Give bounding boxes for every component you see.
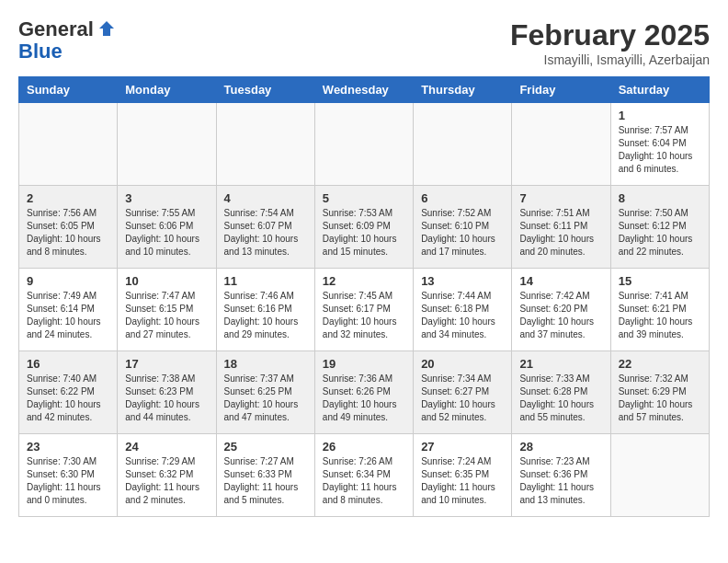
calendar-day-cell: 4Sunrise: 7:54 AM Sunset: 6:07 PM Daylig… <box>216 186 314 269</box>
logo-blue-text: Blue <box>18 40 63 63</box>
calendar-day-cell: 17Sunrise: 7:38 AM Sunset: 6:23 PM Dayli… <box>118 351 216 434</box>
calendar-day-cell <box>314 103 413 186</box>
day-info: Sunrise: 7:54 AM Sunset: 6:07 PM Dayligh… <box>224 207 307 259</box>
calendar-day-cell <box>512 103 610 186</box>
day-number: 9 <box>27 274 109 288</box>
weekday-header-saturday: Saturday <box>610 77 709 103</box>
calendar-week-row: 23Sunrise: 7:30 AM Sunset: 6:30 PM Dayli… <box>19 434 710 517</box>
day-number: 7 <box>519 191 602 205</box>
day-number: 16 <box>27 357 109 371</box>
calendar-day-cell <box>216 103 314 186</box>
day-number: 26 <box>323 440 405 454</box>
day-info: Sunrise: 7:26 AM Sunset: 6:34 PM Dayligh… <box>323 455 405 507</box>
calendar-table: SundayMondayTuesdayWednesdayThursdayFrid… <box>18 76 710 517</box>
day-number: 25 <box>224 440 307 454</box>
calendar-week-row: 1Sunrise: 7:57 AM Sunset: 6:04 PM Daylig… <box>19 103 710 186</box>
day-number: 21 <box>519 357 602 371</box>
day-info: Sunrise: 7:50 AM Sunset: 6:12 PM Dayligh… <box>619 207 701 259</box>
day-info: Sunrise: 7:29 AM Sunset: 6:32 PM Dayligh… <box>125 455 208 507</box>
calendar-week-row: 2Sunrise: 7:56 AM Sunset: 6:05 PM Daylig… <box>19 186 710 269</box>
calendar-subtitle: Ismayilli, Ismayilli, Azerbaijan <box>510 52 710 67</box>
weekday-header-sunday: Sunday <box>19 77 118 103</box>
calendar-day-cell: 21Sunrise: 7:33 AM Sunset: 6:28 PM Dayli… <box>512 351 610 434</box>
calendar-day-cell: 28Sunrise: 7:23 AM Sunset: 6:36 PM Dayli… <box>512 434 610 517</box>
day-number: 19 <box>323 357 405 371</box>
day-info: Sunrise: 7:45 AM Sunset: 6:17 PM Dayligh… <box>323 290 405 341</box>
day-number: 17 <box>125 357 208 371</box>
day-number: 10 <box>125 274 208 288</box>
day-info: Sunrise: 7:44 AM Sunset: 6:18 PM Dayligh… <box>421 290 504 341</box>
day-info: Sunrise: 7:53 AM Sunset: 6:09 PM Dayligh… <box>323 207 405 259</box>
weekday-header-tuesday: Tuesday <box>216 77 314 103</box>
calendar-day-cell <box>19 103 118 186</box>
day-number: 13 <box>421 274 504 288</box>
weekday-header-thursday: Thursday <box>414 77 512 103</box>
day-number: 23 <box>27 440 109 454</box>
logo-general-text: General <box>18 18 94 40</box>
calendar-day-cell: 16Sunrise: 7:40 AM Sunset: 6:22 PM Dayli… <box>19 351 118 434</box>
calendar-day-cell: 23Sunrise: 7:30 AM Sunset: 6:30 PM Dayli… <box>19 434 118 517</box>
day-number: 4 <box>224 191 307 205</box>
calendar-day-cell: 15Sunrise: 7:41 AM Sunset: 6:21 PM Dayli… <box>610 269 709 351</box>
day-info: Sunrise: 7:33 AM Sunset: 6:28 PM Dayligh… <box>519 373 602 424</box>
logo-icon <box>97 19 116 38</box>
calendar-title: February 2025 <box>510 18 710 52</box>
calendar-day-cell: 19Sunrise: 7:36 AM Sunset: 6:26 PM Dayli… <box>314 351 413 434</box>
calendar-day-cell <box>414 103 512 186</box>
calendar-week-row: 16Sunrise: 7:40 AM Sunset: 6:22 PM Dayli… <box>19 351 710 434</box>
day-info: Sunrise: 7:41 AM Sunset: 6:21 PM Dayligh… <box>619 290 701 341</box>
day-number: 22 <box>619 357 701 371</box>
page-header: General Blue February 2025 Ismayilli, Is… <box>18 18 710 67</box>
day-info: Sunrise: 7:57 AM Sunset: 6:04 PM Dayligh… <box>619 124 701 176</box>
weekday-header-wednesday: Wednesday <box>314 77 413 103</box>
header-row: SundayMondayTuesdayWednesdayThursdayFrid… <box>19 77 710 103</box>
calendar-day-cell: 25Sunrise: 7:27 AM Sunset: 6:33 PM Dayli… <box>216 434 314 517</box>
calendar-day-cell: 12Sunrise: 7:45 AM Sunset: 6:17 PM Dayli… <box>314 269 413 351</box>
day-number: 6 <box>421 191 504 205</box>
calendar-day-cell: 1Sunrise: 7:57 AM Sunset: 6:04 PM Daylig… <box>610 103 709 186</box>
day-number: 12 <box>323 274 405 288</box>
day-info: Sunrise: 7:51 AM Sunset: 6:11 PM Dayligh… <box>519 207 602 259</box>
calendar-day-cell: 14Sunrise: 7:42 AM Sunset: 6:20 PM Dayli… <box>512 269 610 351</box>
weekday-header-monday: Monday <box>118 77 216 103</box>
day-info: Sunrise: 7:24 AM Sunset: 6:35 PM Dayligh… <box>421 455 504 507</box>
day-info: Sunrise: 7:46 AM Sunset: 6:16 PM Dayligh… <box>224 290 307 341</box>
day-info: Sunrise: 7:36 AM Sunset: 6:26 PM Dayligh… <box>323 373 405 424</box>
day-info: Sunrise: 7:56 AM Sunset: 6:05 PM Dayligh… <box>27 207 109 259</box>
calendar-day-cell: 27Sunrise: 7:24 AM Sunset: 6:35 PM Dayli… <box>414 434 512 517</box>
calendar-day-cell: 5Sunrise: 7:53 AM Sunset: 6:09 PM Daylig… <box>314 186 413 269</box>
calendar-day-cell: 11Sunrise: 7:46 AM Sunset: 6:16 PM Dayli… <box>216 269 314 351</box>
calendar-day-cell: 24Sunrise: 7:29 AM Sunset: 6:32 PM Dayli… <box>118 434 216 517</box>
day-number: 28 <box>519 440 602 454</box>
weekday-header-friday: Friday <box>512 77 610 103</box>
calendar-day-cell: 13Sunrise: 7:44 AM Sunset: 6:18 PM Dayli… <box>414 269 512 351</box>
day-info: Sunrise: 7:49 AM Sunset: 6:14 PM Dayligh… <box>27 290 109 341</box>
day-number: 11 <box>224 274 307 288</box>
day-info: Sunrise: 7:40 AM Sunset: 6:22 PM Dayligh… <box>27 373 109 424</box>
day-number: 2 <box>27 191 109 205</box>
calendar-day-cell: 10Sunrise: 7:47 AM Sunset: 6:15 PM Dayli… <box>118 269 216 351</box>
day-number: 20 <box>421 357 504 371</box>
calendar-day-cell: 9Sunrise: 7:49 AM Sunset: 6:14 PM Daylig… <box>19 269 118 351</box>
day-number: 24 <box>125 440 208 454</box>
day-number: 14 <box>519 274 602 288</box>
calendar-day-cell <box>610 434 709 517</box>
day-info: Sunrise: 7:42 AM Sunset: 6:20 PM Dayligh… <box>519 290 602 341</box>
day-number: 5 <box>323 191 405 205</box>
calendar-week-row: 9Sunrise: 7:49 AM Sunset: 6:14 PM Daylig… <box>19 269 710 351</box>
day-info: Sunrise: 7:34 AM Sunset: 6:27 PM Dayligh… <box>421 373 504 424</box>
logo: General Blue <box>18 18 116 63</box>
day-info: Sunrise: 7:32 AM Sunset: 6:29 PM Dayligh… <box>619 373 701 424</box>
svg-marker-0 <box>99 21 114 36</box>
calendar-day-cell: 6Sunrise: 7:52 AM Sunset: 6:10 PM Daylig… <box>414 186 512 269</box>
calendar-day-cell: 3Sunrise: 7:55 AM Sunset: 6:06 PM Daylig… <box>118 186 216 269</box>
calendar-day-cell: 20Sunrise: 7:34 AM Sunset: 6:27 PM Dayli… <box>414 351 512 434</box>
title-section: February 2025 Ismayilli, Ismayilli, Azer… <box>510 18 710 67</box>
day-number: 15 <box>619 274 701 288</box>
day-number: 27 <box>421 440 504 454</box>
day-number: 8 <box>619 191 701 205</box>
day-info: Sunrise: 7:47 AM Sunset: 6:15 PM Dayligh… <box>125 290 208 341</box>
day-number: 3 <box>125 191 208 205</box>
day-info: Sunrise: 7:37 AM Sunset: 6:25 PM Dayligh… <box>224 373 307 424</box>
day-info: Sunrise: 7:23 AM Sunset: 6:36 PM Dayligh… <box>519 455 602 507</box>
